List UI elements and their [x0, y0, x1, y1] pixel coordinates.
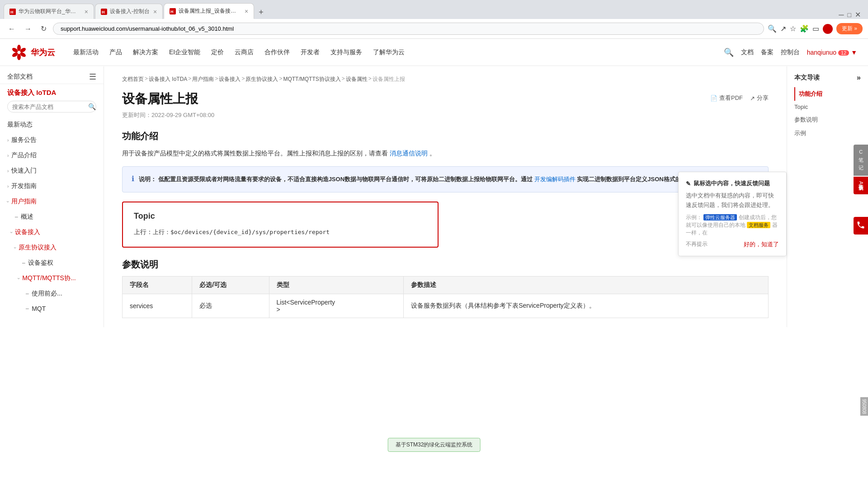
tab3-title: 设备属性上报_设备接入 IoTDA ...	[179, 7, 241, 15]
topic-box: Topic 上行：上行：$oc/devices/{device_id}/sys/…	[122, 202, 439, 248]
address-input[interactable]	[53, 23, 764, 35]
sidebar-product-title: 设备接入 IoTDA	[7, 89, 96, 97]
cell-required: 必选	[192, 294, 269, 318]
tab3-close[interactable]: ×	[245, 8, 248, 15]
sidebar-item-quickstart[interactable]: › 快速入门	[0, 163, 104, 178]
feedback-ok-button[interactable]: 好的，知道了	[744, 240, 779, 249]
toc-item-topic[interactable]: Topic	[794, 101, 861, 113]
tab-2[interactable]: H 设备接入-控制台 ×	[95, 4, 163, 19]
sidebar-item-native-protocol[interactable]: › 原生协议接入	[0, 240, 104, 255]
address-bar: ← → ↻ 🔍 ↗ ☆ 🧩 ▭ 更新 »	[0, 19, 868, 39]
params-table: 字段名 必选/可选 类型 参数描述 services 必选 List<Servi…	[122, 276, 769, 318]
browser-actions: 🔍 ↗ ☆ 🧩 ▭ 更新 »	[768, 23, 863, 34]
extension-icon[interactable]: 🧩	[800, 24, 809, 33]
nav-console[interactable]: 控制台	[781, 48, 800, 56]
feedback-example: 示例： 弹性云服务器 创建成功后，您就可以像使用自己的本地 文档服务 器一样，在	[686, 214, 779, 237]
feedback-text: 选中文档中有疑惑的内容，即可快速反馈问题，我们将会跟进处理。	[686, 191, 779, 210]
svg-point-9	[17, 54, 21, 60]
sidebar-item-product-intro[interactable]: › 产品介绍	[0, 148, 104, 163]
close-window-button[interactable]: ✕	[855, 10, 861, 19]
breadcrumb-userguide[interactable]: 用户指南	[192, 75, 214, 83]
bookmark-icon[interactable]: ☆	[790, 24, 796, 33]
arrow-icon: ›	[5, 201, 10, 202]
sidebar-item-prereq[interactable]: − 使用前必...	[0, 286, 104, 301]
sidebar-browser-icon[interactable]: ▭	[812, 24, 819, 33]
nav-pricing[interactable]: 定价	[211, 47, 224, 58]
nav-ei[interactable]: EI企业智能	[169, 47, 200, 58]
notice-link[interactable]: 开发编解码插件	[534, 176, 576, 183]
sidebar-item-announcement[interactable]: › 服务公告	[0, 132, 104, 148]
download-app-button[interactable]: 下载华为云App	[854, 177, 868, 195]
arrow-icon: ›	[7, 184, 9, 189]
nav-products[interactable]: 产品	[109, 47, 122, 58]
sidebar-item-overview[interactable]: 概述	[0, 209, 104, 225]
nav-latest-activity[interactable]: 最新活动	[73, 47, 99, 58]
breadcrumb-mqtt[interactable]: MQTT/MQTTS协议接入	[283, 75, 340, 83]
back-button[interactable]: ←	[5, 23, 18, 35]
sidebar-item-devguide[interactable]: › 开发指南	[0, 178, 104, 194]
nav-user[interactable]: hanqiunuo 12 ▼	[807, 49, 857, 56]
svg-text:H: H	[170, 9, 174, 14]
toc-expand-icon[interactable]: »	[857, 74, 861, 82]
update-button[interactable]: 更新 »	[836, 23, 863, 34]
new-tab-button[interactable]: +	[255, 6, 267, 19]
breadcrumb-deviceconnect[interactable]: 设备接入	[219, 75, 241, 83]
tab-1[interactable]: H 华为云物联网平台_华为云IoT平... ×	[4, 4, 94, 19]
breadcrumb-nativeprotocol[interactable]: 原生协议接入	[245, 75, 278, 83]
share-button[interactable]: ↗ 分享	[750, 94, 769, 102]
toc-item-intro[interactable]: 功能介绍	[794, 87, 861, 101]
breadcrumb-current: 设备属性上报	[373, 75, 405, 83]
tab1-close[interactable]: ×	[85, 8, 88, 15]
toc-item-example[interactable]: 示例	[794, 127, 861, 140]
search-icon[interactable]: 🔍	[768, 24, 777, 33]
tab2-favicon: H	[101, 9, 107, 15]
sidebar-item-userguide[interactable]: › 用户指南	[0, 194, 104, 209]
nav-about[interactable]: 了解华为云	[373, 47, 405, 58]
nav-developers[interactable]: 开发者	[301, 47, 320, 58]
nav-partners[interactable]: 合作伙伴	[264, 47, 290, 58]
svg-point-6	[17, 45, 21, 51]
tab-3[interactable]: H 设备属性上报_设备接入 IoTDA ... ×	[164, 3, 254, 19]
arrow-icon: ›	[7, 138, 9, 143]
nav-cloud-store[interactable]: 云商店	[235, 47, 254, 58]
maximize-button[interactable]: □	[848, 11, 851, 19]
top-nav: 华为云 最新活动 产品 解决方案 EI企业智能 定价 云商店 合作伙伴 开发者 …	[0, 39, 868, 66]
intro-link[interactable]: 消息通信说明	[390, 150, 428, 157]
phone-button[interactable]	[854, 217, 868, 235]
all-docs-label[interactable]: 全部文档	[7, 73, 33, 81]
minimize-button[interactable]: ─	[839, 11, 844, 19]
breadcrumb-deviceattr[interactable]: 设备属性	[346, 75, 368, 83]
nav-solutions[interactable]: 解决方案	[133, 47, 158, 58]
sidebar-search-input[interactable]	[12, 103, 88, 110]
nav-doc[interactable]: 文档	[741, 48, 754, 56]
pdf-icon: 📄	[710, 95, 717, 102]
sidebar-item-device-connect[interactable]: › 设备接入	[0, 225, 104, 240]
sidebar-item-mqt[interactable]: − MQT	[0, 301, 104, 316]
nav-support[interactable]: 支持与服务	[330, 47, 362, 58]
breadcrumb-docshome[interactable]: 文档首页	[122, 75, 144, 83]
forward-button[interactable]: →	[22, 23, 34, 35]
tab-bar: H 华为云物联网平台_华为云IoT平... × H 设备接入-控制台 × H 设…	[0, 0, 868, 19]
sidebar-item-latest[interactable]: 最新动态	[0, 117, 104, 132]
phone-icon	[856, 221, 865, 230]
pdf-button[interactable]: 📄 查看PDF	[710, 94, 743, 102]
breadcrumb-iotda[interactable]: 设备接入 IoTDA	[149, 75, 187, 83]
notes-button[interactable]: C 笔 记	[854, 145, 868, 176]
notice-content: 说明： 低配置且资源受限或者对网络流量有要求的设备，不适合直接构造JSON数据与…	[139, 174, 699, 184]
toc-item-params[interactable]: 参数说明	[794, 113, 861, 127]
nav-search-icon[interactable]: 🔍	[724, 47, 734, 57]
feedback-title: ✎ 鼠标选中内容，快速反馈问题	[686, 179, 779, 188]
menu-icon[interactable]: ☰	[89, 72, 96, 82]
svg-text:H: H	[10, 10, 14, 14]
tab1-title: 华为云物联网平台_华为云IoT平...	[19, 8, 81, 15]
share-browser-icon[interactable]: ↗	[780, 24, 786, 33]
tab2-close[interactable]: ×	[153, 8, 157, 15]
sidebar-item-mqtt[interactable]: › MQTT/MQTTS协...	[0, 271, 104, 286]
intro-text: 用于设备按产品模型中定义的格式将属性数据上报给平台。属性上报和消息上报的区别，请…	[122, 148, 769, 159]
sidebar-item-auth[interactable]: − 设备鉴权	[0, 255, 104, 271]
sidebar-search-box: 🔍	[7, 101, 96, 113]
reload-button[interactable]: ↻	[38, 23, 49, 35]
no-remind-button[interactable]: 不再提示	[686, 240, 708, 248]
nav-backup[interactable]: 备案	[761, 48, 774, 56]
sidebar-search-icon[interactable]: 🔍	[88, 103, 96, 110]
